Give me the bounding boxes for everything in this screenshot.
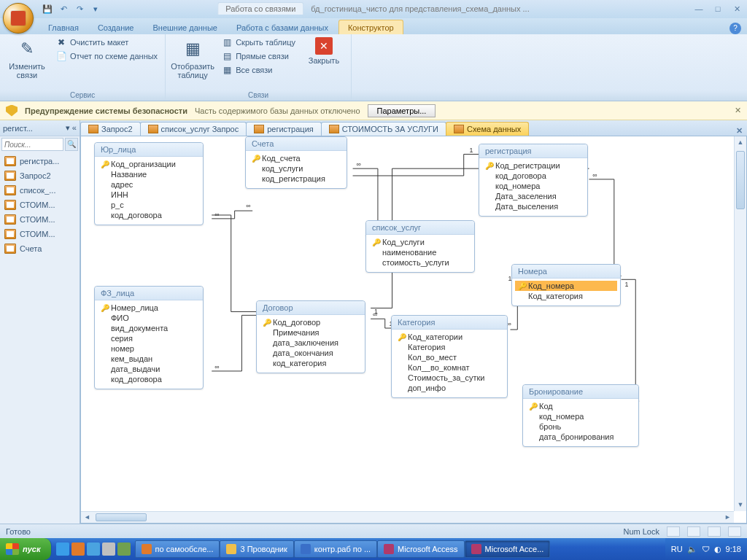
field-row[interactable]: ФИО — [98, 313, 200, 323]
search-icon[interactable]: 🔍 — [65, 138, 78, 151]
field-row[interactable]: 🔑Код_услуги — [369, 237, 471, 247]
clock[interactable]: 9:18 — [726, 545, 741, 553]
field-row[interactable]: код_договора — [98, 210, 200, 220]
field-row[interactable]: 🔑Код_регистрации — [482, 160, 584, 171]
field-row[interactable]: стоимость_услуги — [369, 257, 471, 268]
close-window-button[interactable]: ✕ — [729, 4, 744, 14]
field-row[interactable]: код_услуги — [249, 163, 344, 174]
field-row[interactable]: 🔑Код_категории — [395, 332, 504, 342]
ie-icon[interactable] — [56, 542, 69, 556]
field-row[interactable]: код_договора — [98, 374, 200, 384]
direct-relations-button[interactable]: ▤Прямые связи — [218, 50, 298, 63]
scroll-left-icon[interactable]: ◄ — [81, 512, 93, 523]
field-row[interactable]: Стоимость_за_сутки — [395, 373, 504, 383]
chevron-down-icon[interactable]: ▾ « — [66, 123, 77, 133]
field-row[interactable]: кем_выдан — [98, 354, 200, 364]
table-header[interactable]: Счета — [246, 137, 347, 151]
tab-home[interactable]: Главная — [39, 20, 88, 34]
save-icon[interactable]: 💾 — [41, 3, 54, 16]
nav-item[interactable]: Запрос2 — [0, 168, 80, 183]
field-row[interactable]: ИНН — [98, 190, 200, 200]
field-row[interactable]: 🔑Код_счета — [249, 153, 344, 163]
undo-icon[interactable]: ↶ — [57, 3, 70, 16]
nav-header[interactable]: регист... ▾ « — [0, 120, 80, 136]
field-row[interactable]: код_номера — [526, 411, 635, 421]
start-button[interactable]: пуск — [0, 538, 52, 560]
table-Бронирование[interactable]: Бронирование🔑Кодкод_номераброньдата_брон… — [522, 384, 639, 447]
field-row[interactable]: дата_бронирования — [526, 432, 635, 442]
tab-designer[interactable]: Конструктор — [338, 20, 403, 34]
field-row[interactable]: код_категория — [260, 358, 362, 368]
task-button-1[interactable]: по самообсле... — [135, 540, 220, 558]
view-button-3[interactable] — [708, 526, 721, 537]
field-row[interactable]: дата_выдачи — [98, 364, 200, 374]
table-header[interactable]: Категория — [392, 316, 507, 330]
field-row[interactable]: 🔑Код — [526, 401, 635, 411]
tray-icon-2[interactable]: 🛡 — [702, 545, 710, 553]
table-Договор[interactable]: Договор🔑Код_договорПримечаниядата_заключ… — [256, 300, 365, 373]
scroll-thumb-h[interactable] — [96, 513, 147, 521]
horizontal-scrollbar[interactable]: ◄ ► — [81, 511, 734, 523]
tray-icon-3[interactable]: ◐ — [714, 545, 721, 554]
show-table-button[interactable]: ▦ Отобразить таблицу — [170, 36, 215, 81]
redo-icon[interactable]: ↷ — [73, 3, 86, 16]
nav-item[interactable]: СТОИМ... — [0, 212, 80, 227]
table-header[interactable]: Договор — [257, 301, 365, 315]
clear-layout-button[interactable]: ✖Очистить макет — [53, 36, 160, 49]
nav-item[interactable]: регистра... — [0, 154, 80, 168]
edit-relationships-button[interactable]: ✎ Изменить связи — [4, 36, 50, 81]
task-button-4[interactable]: Microsoft Access — [377, 540, 465, 558]
doctab-zapros2[interactable]: Запрос2 — [80, 122, 141, 136]
field-row[interactable]: вид_документа — [98, 323, 200, 333]
field-row[interactable]: доп_инфо — [395, 383, 504, 393]
field-row[interactable]: серия — [98, 333, 200, 343]
nav-search-input[interactable] — [1, 138, 63, 151]
vertical-scrollbar[interactable]: ▲ ▼ — [734, 136, 746, 511]
security-options-button[interactable]: Параметры... — [368, 104, 436, 117]
restore-button[interactable]: □ — [711, 4, 725, 14]
task-button-2[interactable]: 3 Проводник — [220, 540, 293, 558]
field-row[interactable]: 🔑Код_договор — [260, 317, 362, 327]
nav-item[interactable]: список_... — [0, 183, 80, 198]
field-row[interactable]: адрес — [98, 179, 200, 190]
doctab-close-button[interactable]: ✕ — [732, 126, 747, 136]
task-button-3[interactable]: контр.раб по ... — [294, 540, 377, 558]
field-row[interactable]: Код_категория — [515, 291, 617, 301]
all-relations-button[interactable]: ▦Все связи — [218, 63, 298, 77]
relationships-canvas[interactable]: ∞∞ ∞1 1 ∞1 1 ∞1 ∞1 ∞ 1∞ 1 ▲ ▼ ◄ ► Юр_ли — [80, 136, 747, 524]
field-row[interactable]: 🔑Код_организации — [98, 159, 200, 169]
field-row[interactable]: 🔑Код_номера — [515, 281, 617, 291]
field-row[interactable]: дата_окончания — [260, 348, 362, 358]
close-relationships-button[interactable]: ✕ Закрыть — [301, 36, 347, 66]
field-row[interactable]: Название — [98, 169, 200, 179]
field-row[interactable]: Дата_заселения — [482, 191, 584, 201]
table-ФЗ_лица[interactable]: ФЗ_лица🔑Номер_лицаФИОвид_документасериян… — [94, 286, 204, 389]
scroll-down-icon[interactable]: ▼ — [735, 499, 746, 511]
firefox-icon[interactable] — [71, 542, 85, 556]
minimize-button[interactable]: — — [692, 4, 706, 14]
field-row[interactable]: Кол_во_мест — [395, 352, 504, 362]
desktop-icon[interactable] — [87, 542, 100, 556]
field-row[interactable]: код_регистрация — [249, 174, 344, 184]
table-Счета[interactable]: Счета🔑Код_счетакод_услугикод_регистрация — [245, 136, 347, 189]
tab-create[interactable]: Создание — [89, 20, 143, 34]
table-header[interactable]: Юр_лица — [95, 143, 203, 157]
scroll-thumb-v[interactable] — [736, 151, 745, 209]
tab-dbtools[interactable]: Работа с базами данных — [228, 20, 337, 34]
table-header[interactable]: регистрация — [479, 144, 587, 158]
doctab-spisok[interactable]: список_услуг Запрос — [140, 122, 247, 136]
task-button-5[interactable]: Microsoft Acce... — [465, 540, 551, 558]
field-row[interactable]: Категория — [395, 342, 504, 352]
field-row[interactable]: Дата_выселения — [482, 201, 584, 211]
field-row[interactable]: наименование — [369, 247, 471, 257]
doctab-schema[interactable]: Схема данных — [446, 122, 529, 136]
field-row[interactable]: Примечания — [260, 327, 362, 338]
ql-icon[interactable] — [102, 542, 115, 556]
doctab-stoimost[interactable]: СТОИМОСТЬ ЗА УСЛУГИ — [321, 122, 446, 136]
table-header[interactable]: список_услуг — [366, 221, 474, 235]
nav-item[interactable]: СТОИМ... — [0, 198, 80, 212]
tray-icon[interactable]: 🔈 — [687, 545, 697, 554]
table-список_услуг[interactable]: список_услуг🔑Код_услугинаименованиестоим… — [365, 220, 475, 273]
qat-more-icon[interactable]: ▾ — [89, 3, 102, 16]
table-header[interactable]: Бронирование — [523, 385, 638, 399]
